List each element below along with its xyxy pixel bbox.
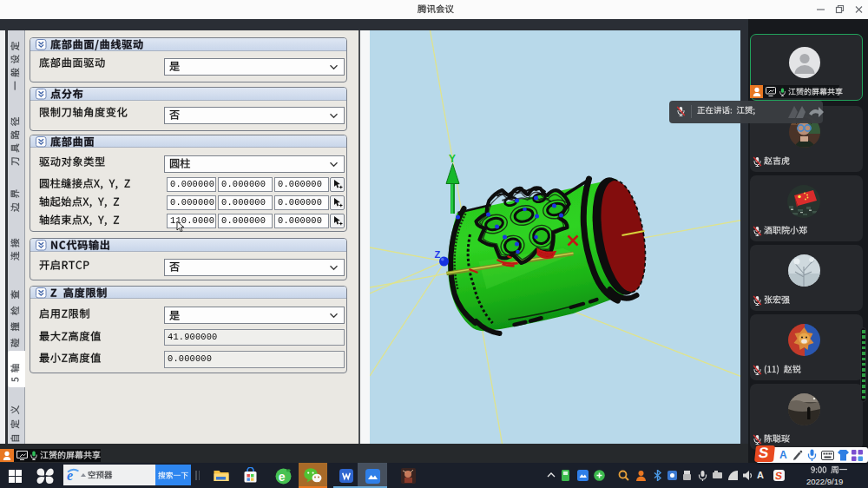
svg-text:e: e [279, 469, 286, 483]
svg-text:Y: Y [449, 153, 456, 165]
svg-text:Z: Z [434, 249, 440, 260]
